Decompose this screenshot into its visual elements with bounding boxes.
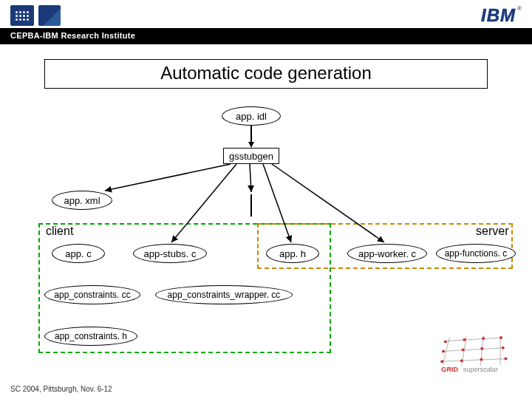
svg-point-21 xyxy=(460,359,463,362)
svg-line-7 xyxy=(441,359,507,362)
svg-point-17 xyxy=(462,349,465,352)
server-label: server xyxy=(474,225,510,238)
svg-point-19 xyxy=(502,347,505,349)
svg-point-18 xyxy=(480,347,483,350)
node-app-c: app. c xyxy=(52,244,105,263)
svg-point-16 xyxy=(442,349,445,352)
svg-line-2 xyxy=(250,164,251,192)
svg-point-22 xyxy=(480,358,482,361)
arrow-mid-down xyxy=(250,194,252,216)
node-app-worker-c: app-worker. c xyxy=(347,244,427,263)
node-app-constraints-h: app_constraints. h xyxy=(44,327,137,346)
node-app-xml: app. xml xyxy=(52,191,112,210)
svg-line-10 xyxy=(481,335,484,365)
footer-text: SC 2004, Pittsburgh, Nov. 6-12 xyxy=(10,385,112,393)
registered-mark: ® xyxy=(517,5,522,12)
arrow-idl-to-gsstubgen xyxy=(250,126,252,143)
bsc-logo xyxy=(38,5,61,26)
upc-logo xyxy=(10,5,34,26)
svg-line-5 xyxy=(446,338,500,341)
svg-point-14 xyxy=(482,337,485,340)
arrowhead-1 xyxy=(248,142,254,148)
node-app-constraints-wrapper-cc: app_constraints_wrapper. cc xyxy=(155,285,293,304)
diagram-canvas: app. idl gsstubgen app. xml client serve… xyxy=(0,96,532,362)
slide-title: Automatic code generation xyxy=(44,59,488,89)
ibm-logo: IBM xyxy=(481,5,516,25)
svg-point-13 xyxy=(463,338,466,341)
node-app-h: app. h xyxy=(266,244,319,263)
institute-bar: CEPBA-IBM Research Institute xyxy=(0,28,532,44)
header-bar: IBM® CEPBA-IBM Research Institute xyxy=(0,0,532,44)
svg-line-0 xyxy=(105,164,231,191)
node-app-constraints-cc: app_constraints. cc xyxy=(44,285,140,304)
node-app-stubs-c: app-stubs. c xyxy=(133,244,207,263)
svg-point-23 xyxy=(504,357,507,360)
svg-point-20 xyxy=(440,360,443,363)
node-app-functions-c: app-functions. c xyxy=(436,244,516,263)
node-app-idl: app. idl xyxy=(222,106,281,126)
client-label: client xyxy=(44,225,75,238)
svg-point-15 xyxy=(499,336,502,339)
node-gsstubgen: gsstubgen xyxy=(223,148,279,164)
svg-text:superscalar: superscalar xyxy=(463,366,498,373)
svg-line-6 xyxy=(443,348,504,352)
svg-text:GRID: GRID xyxy=(441,366,458,373)
svg-point-12 xyxy=(444,341,447,344)
grid-superscalar-logo: GRID superscalar xyxy=(436,332,517,377)
